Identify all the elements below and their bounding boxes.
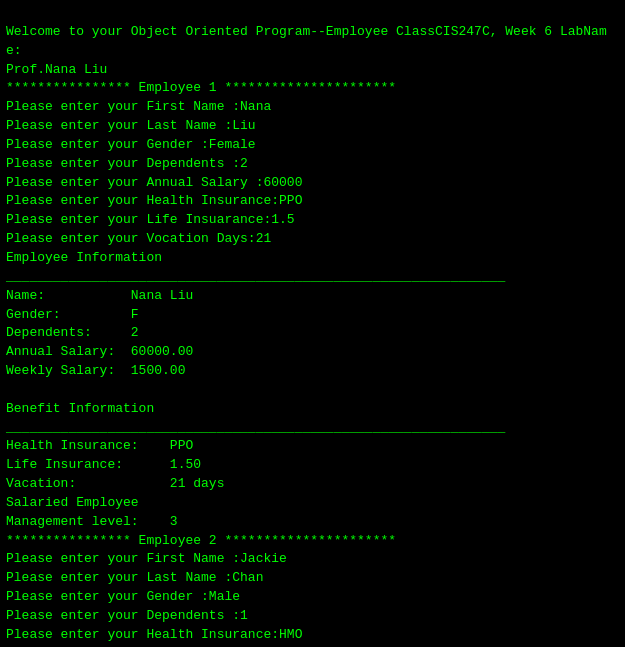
terminal-line: Dependents: 2: [6, 324, 619, 343]
terminal-line: Please enter your Last Name :Chan: [6, 569, 619, 588]
terminal-line: Annual Salary: 60000.00: [6, 343, 619, 362]
terminal-line: Vacation: 21 days: [6, 475, 619, 494]
terminal-line: Please enter your Dependents :2: [6, 155, 619, 174]
terminal-line: Please enter your First Name :Nana: [6, 98, 619, 117]
terminal-line: Please enter your Annual Salary :60000: [6, 174, 619, 193]
terminal-line: Name: Nana Liu: [6, 287, 619, 306]
terminal-line: [6, 381, 619, 400]
terminal-line: Please enter your Life Insuarance:1.5: [6, 211, 619, 230]
terminal-line: Please enter your Last Name :Liu: [6, 117, 619, 136]
terminal-line: Life Insurance: 1.50: [6, 456, 619, 475]
terminal-line: Employee Information: [6, 249, 619, 268]
terminal-line: Please enter your Gender :Male: [6, 588, 619, 607]
terminal-line: Please enter your Vocation Days:21: [6, 230, 619, 249]
terminal-line: Prof.Nana Liu: [6, 61, 619, 80]
terminal-line: Please enter your Health Insurance:PPO: [6, 192, 619, 211]
terminal-line: Management level: 3: [6, 513, 619, 532]
terminal-line: Please enter your First Name :Jackie: [6, 550, 619, 569]
terminal-line: Salaried Employee: [6, 494, 619, 513]
terminal-line: Please enter your Health Insurance:HMO: [6, 626, 619, 645]
terminal-output: Welcome to your Object Oriented Program-…: [6, 4, 619, 647]
terminal-line: ________________________________________…: [6, 419, 619, 438]
terminal-line: Gender: F: [6, 306, 619, 325]
terminal-line: Weekly Salary: 1500.00: [6, 362, 619, 381]
terminal-line: Please enter your Gender :Female: [6, 136, 619, 155]
terminal-line: Benefit Information: [6, 400, 619, 419]
terminal-line: **************** Employee 2 ************…: [6, 532, 619, 551]
terminal-line: Health Insurance: PPO: [6, 437, 619, 456]
terminal-line: **************** Employee 1 ************…: [6, 79, 619, 98]
terminal-line: Welcome to your Object Oriented Program-…: [6, 23, 619, 61]
terminal-line: ________________________________________…: [6, 268, 619, 287]
terminal-line: Please enter your Dependents :1: [6, 607, 619, 626]
